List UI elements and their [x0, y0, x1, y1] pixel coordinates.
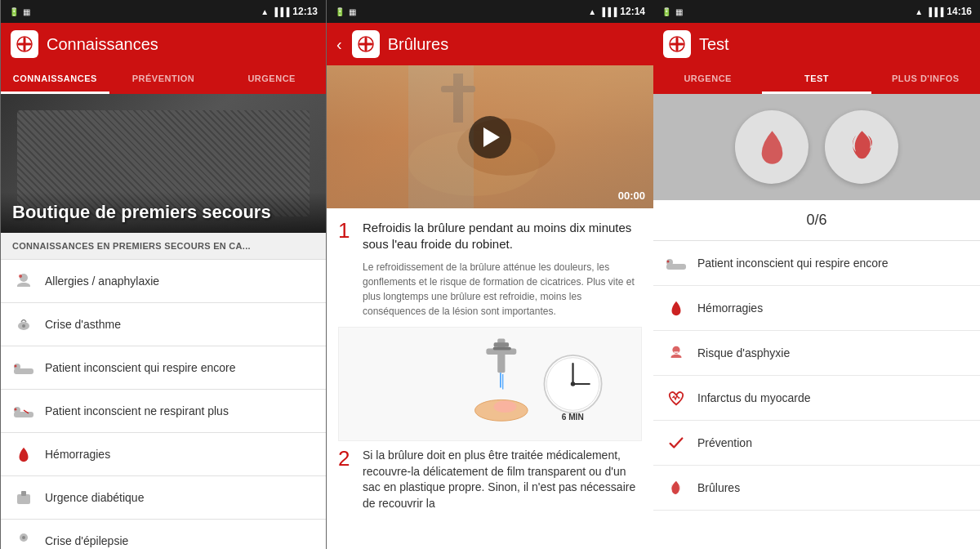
- notif-icon: ▦: [23, 7, 30, 16]
- status-bar-2: 🔋 ▦ ▲ ▐▐▐ 12:14: [327, 0, 653, 23]
- drop-icon-1: [12, 443, 35, 466]
- list-item-diabete[interactable]: Urgence diabétique: [1, 476, 326, 520]
- time-2: 12:14: [620, 6, 645, 17]
- epilepsie-icon: [12, 529, 35, 549]
- tab-prevention[interactable]: PRÉVENTION: [109, 65, 218, 94]
- app-bar-1: Connaissances: [1, 23, 326, 65]
- usb-icon-3: 🔋: [662, 7, 671, 16]
- score-text: 0/6: [806, 212, 826, 228]
- play-button[interactable]: [469, 116, 511, 158]
- step-content: 1 Refroidis la brûlure pendant au moins …: [327, 208, 653, 549]
- tab-test[interactable]: TEST: [762, 65, 871, 94]
- signal-icon-2: ▐▐▐: [599, 7, 617, 16]
- test-item-asphyxie[interactable]: Risque d'asphyxie: [653, 331, 980, 376]
- test-label-unconscious: Patient inconscient qui respire encore: [697, 257, 888, 270]
- hero-image: Boutique de premiers secours: [1, 94, 326, 233]
- app-title-2: Brûlures: [388, 35, 448, 54]
- phone-3: 🔋 ▦ ▲ ▐▐▐ 14:16 Test URGENCE TEST PLUS D…: [653, 0, 980, 549]
- step2-number: 2: [338, 448, 354, 469]
- tab-urgence-3[interactable]: URGENCE: [653, 65, 762, 94]
- video-thumbnail[interactable]: 00:00: [327, 65, 653, 208]
- svg-text:6 MIN: 6 MIN: [562, 413, 584, 422]
- svg-rect-16: [21, 491, 26, 496]
- list-item-epilepsie[interactable]: Crise d'épilepsie: [1, 520, 326, 549]
- app-logo-2: [352, 30, 380, 58]
- unconscious2-icon: [12, 399, 35, 422]
- status-right-3: ▲ ▐▐▐ 14:16: [915, 6, 972, 17]
- status-left-3: 🔋 ▦: [662, 7, 683, 16]
- signal-icon-3: ▐▐▐: [926, 7, 943, 16]
- list-label-diabete: Urgence diabétique: [45, 491, 144, 504]
- test-label-asphyxie: Risque d'asphyxie: [697, 346, 790, 359]
- svg-point-50: [667, 261, 670, 263]
- svg-rect-43: [493, 347, 511, 350]
- time-1: 12:13: [292, 6, 318, 17]
- status-bar-1: 🔋 ▦ ▲ ▐▐▐ 12:13: [1, 0, 326, 23]
- score-bar: 0/6: [653, 200, 980, 241]
- app-title-3: Test: [699, 35, 729, 54]
- status-left-1: 🔋 ▦: [9, 7, 30, 16]
- list-item-unconscious1[interactable]: Patient inconscient qui respire encore: [1, 346, 326, 390]
- test-icon-check: [665, 431, 688, 454]
- svg-rect-28: [441, 86, 475, 92]
- tab-plus-infos[interactable]: PLUS D'INFOS: [871, 65, 980, 94]
- list-label-hemorragies: Hémorragies: [45, 448, 110, 461]
- signal-icon: ▐▐▐: [272, 7, 289, 16]
- svg-point-41: [571, 382, 576, 386]
- asthme-icon: [12, 313, 35, 336]
- test-icon-flame: [665, 476, 688, 499]
- phone-1: 🔋 ▦ ▲ ▐▐▐ 12:13 Connaissances CONNAISSAN…: [0, 0, 327, 549]
- tab-connaissances[interactable]: CONNAISSANCES: [1, 65, 109, 94]
- test-label-infarctus: Infarctus du myocarde: [697, 391, 811, 404]
- tab-bar-1: CONNAISSANCES PRÉVENTION URGENCE: [1, 65, 326, 94]
- test-item-infarctus[interactable]: Infarctus du myocarde: [653, 376, 980, 421]
- list-label-allergy: Allergies / anaphylaxie: [45, 274, 159, 288]
- test-label-hemorragies: Hémorragies: [697, 301, 763, 315]
- test-icon-unconscious: [665, 252, 688, 274]
- svg-rect-27: [453, 74, 463, 123]
- test-label-prevention: Prévention: [697, 436, 752, 449]
- unconscious1-icon: [12, 356, 35, 379]
- back-button[interactable]: ‹: [336, 35, 342, 54]
- phone-2: 🔋 ▦ ▲ ▐▐▐ 12:14 ‹ Brûlures: [327, 0, 653, 549]
- svg-point-5: [19, 274, 22, 278]
- step1-desc: Le refroidissement de la brûlure atténue…: [363, 260, 642, 319]
- test-item-unconscious[interactable]: Patient inconscient qui respire encore: [653, 241, 980, 286]
- list-item-unconscious2[interactable]: Patient inconscient ne respirant plus: [1, 390, 326, 433]
- svg-point-36: [494, 400, 517, 413]
- section-header-1: CONNAISSANCES EN PREMIERS SECOURS EN CA.…: [1, 233, 326, 260]
- video-timer: 00:00: [618, 190, 645, 202]
- test-item-hemorragies[interactable]: Hémorragies: [653, 286, 980, 331]
- list-item-asthme[interactable]: Crise d'asthme: [1, 303, 326, 346]
- tab-urgence-1[interactable]: URGENCE: [217, 65, 326, 94]
- step1-number: 1: [338, 220, 354, 241]
- wifi-icon-2: ▲: [588, 7, 596, 16]
- wifi-icon: ▲: [261, 7, 269, 16]
- svg-point-10: [15, 365, 17, 368]
- step1-title: Refroidis la brûlure pendant au moins di…: [363, 220, 642, 252]
- tab-bar-3: URGENCE TEST PLUS D'INFOS: [653, 65, 980, 94]
- status-right-2: ▲ ▐▐▐ 12:14: [588, 6, 645, 17]
- step1-row: 1 Refroidis la brûlure pendant au moins …: [338, 220, 642, 252]
- list-item-hemorragies[interactable]: Hémorragies: [1, 433, 326, 476]
- app-logo-1: [11, 30, 38, 58]
- test-icon-asphyxie: [665, 341, 688, 364]
- test-item-brulures[interactable]: Brûlures: [653, 466, 980, 511]
- step-illustration: 6 MIN: [338, 327, 642, 441]
- status-bar-3: 🔋 ▦ ▲ ▐▐▐ 14:16: [653, 0, 980, 23]
- svg-point-13: [15, 408, 17, 411]
- list-item-allergy[interactable]: Allergies / anaphylaxie: [1, 260, 326, 303]
- time-3: 14:16: [947, 6, 972, 17]
- list-label-epilepsie: Crise d'épilepsie: [45, 534, 128, 547]
- test-item-prevention[interactable]: Prévention: [653, 421, 980, 466]
- allergy-icon: [12, 270, 35, 292]
- status-right-1: ▲ ▐▐▐ 12:13: [261, 6, 318, 17]
- hero-text: Boutique de premiers secours: [12, 202, 271, 222]
- usb-icon-2: 🔋: [335, 7, 345, 16]
- icons-row: [653, 94, 980, 200]
- step2-row: 2 Si la brûlure doit en plus être traité…: [338, 448, 642, 511]
- notif-icon-2: ▦: [349, 7, 356, 16]
- list-label-unconscious2: Patient inconscient ne respirant plus: [45, 404, 229, 417]
- notif-icon-3: ▦: [675, 7, 683, 16]
- app-bar-3: Test: [653, 23, 980, 65]
